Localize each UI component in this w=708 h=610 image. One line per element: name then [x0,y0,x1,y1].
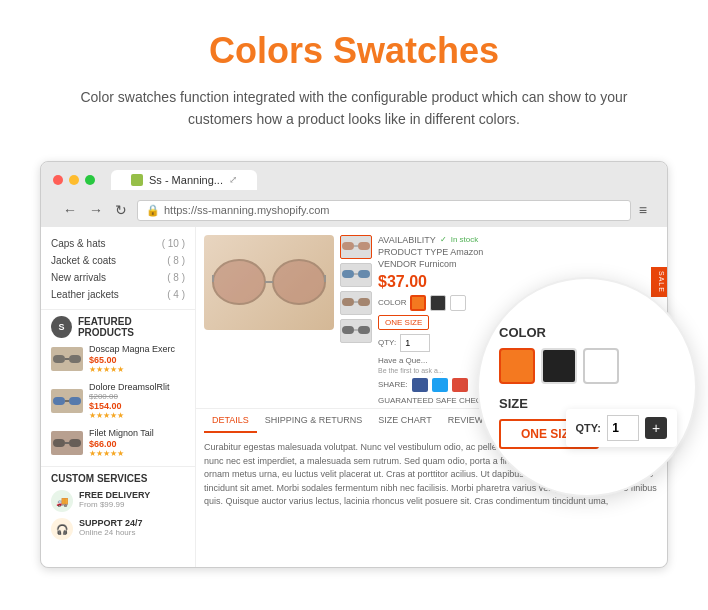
featured-title: S FEATURED PRODUCTS [51,316,185,338]
truck-icon: 🚚 [51,490,73,512]
list-item[interactable]: Doscap Magna Exerc $65.00 ★★★★★ [51,344,185,374]
sunglasses-icon [53,435,81,451]
svg-rect-23 [342,326,354,334]
thumb-sunglass-icon [342,267,370,283]
browser-tab[interactable]: Ss - Manning... ⤢ [111,170,257,190]
maximize-dot[interactable] [85,175,95,185]
sidebar-item-count: ( 8 ) [167,272,185,283]
forward-button[interactable]: → [87,202,105,218]
tab-shipping[interactable]: SHIPPING & RETURNS [257,409,371,433]
list-item[interactable]: Filet Mignon Tail $66.00 ★★★★★ [51,428,185,458]
qty-overlay-label: QTY: [576,422,601,434]
thumbnail-3[interactable] [340,291,372,315]
refresh-button[interactable]: ↻ [113,202,129,218]
product-stars: ★★★★★ [89,365,185,374]
product-vendor: VENDOR Furnicom [378,259,592,269]
thumbnail-column [340,235,372,425]
svg-rect-21 [358,298,370,306]
thumb-sunglass-icon [342,239,370,255]
sidebar-item-label: Caps & hats [51,238,105,249]
overlay-swatch-white[interactable] [583,348,619,384]
product-price: $65.00 [89,355,185,365]
support-icon: 🎧 [51,518,73,540]
service-info: SUPPORT 24/7 Online 24 hours [79,518,143,537]
product-stars: ★★★★★ [89,449,185,458]
product-info: Filet Mignon Tail $66.00 ★★★★★ [89,428,185,458]
color-label: COLOR [378,298,406,307]
tab-details[interactable]: DETAILS [204,409,257,433]
list-item[interactable]: Dolore DreamsolRlit $200.00 $154.00 ★★★★… [51,382,185,421]
product-name: Dolore DreamsolRlit [89,382,185,393]
svg-rect-14 [342,242,354,250]
page-title: Colors Swatches [60,30,648,72]
svg-rect-3 [53,397,65,405]
sidebar-item-label: New arrivals [51,272,106,283]
product-vendor-value: Furnicom [419,259,457,269]
availability-label: AVAILABILITY [378,235,436,245]
minimize-dot[interactable] [69,175,79,185]
facebook-share-button[interactable] [412,378,428,392]
color-size-overlay: COLOR SIZE ONE SIZE [477,277,697,497]
page-description: Color swatches function integrated with … [60,86,648,131]
sidebar-item-leather[interactable]: Leather jackets ( 4 ) [41,286,195,303]
quantity-input[interactable] [400,334,430,352]
browser-content: Caps & hats ( 10 ) Jacket & coats ( 8 ) … [41,227,667,567]
thumb-sunglass-icon [342,323,370,339]
custom-services: CUSTOM SERVICES 🚚 FREE DELIVERY From $99… [41,473,195,540]
svg-rect-24 [358,326,370,334]
availability-value: In stock [451,235,479,244]
product-stars: ★★★★★ [89,411,185,420]
sidebar-item-count: ( 10 ) [162,238,185,249]
qty-overlay-input[interactable] [607,415,639,441]
svg-point-9 [213,260,265,304]
overlay-swatch-black[interactable] [541,348,577,384]
browser-addressbar: ← → ↻ 🔒 https://ss-manning.myshopify.com… [53,196,655,227]
shopify-icon [131,174,143,186]
product-thumbnail [51,431,83,455]
service-name: FREE DELIVERY [79,490,150,500]
thumbnail-1[interactable] [340,235,372,259]
availability-check-icon: ✓ [440,235,447,244]
thumbnail-4[interactable] [340,319,372,343]
color-swatch-orange[interactable] [410,295,426,311]
overlay-swatch-orange[interactable] [499,348,535,384]
back-button[interactable]: ← [61,202,79,218]
sidebar-item-new-arrivals[interactable]: New arrivals ( 8 ) [41,269,195,286]
qty-overlay: QTY: + [566,409,677,447]
sidebar-item-caps[interactable]: Caps & hats ( 10 ) [41,235,195,252]
browser-menu-icon[interactable]: ≡ [639,202,647,218]
sidebar-item-jackets[interactable]: Jacket & coats ( 8 ) [41,252,195,269]
featured-section: S FEATURED PRODUCTS Doscap Magna Exerc [41,316,195,458]
address-field[interactable]: 🔒 https://ss-manning.myshopify.com [137,200,631,221]
product-name: Doscap Magna Exerc [89,344,185,355]
close-dot[interactable] [53,175,63,185]
size-button[interactable]: ONE SIZE [378,315,429,330]
page-header: Colors Swatches Color swatches function … [0,0,708,151]
product-thumbnail [51,347,83,371]
share-label: SHARE: [378,380,408,389]
tab-size-chart[interactable]: SIZE CHART [370,409,439,433]
featured-title-text: FEATURED PRODUCTS [78,316,185,338]
sidebar-item-count: ( 8 ) [167,255,185,266]
thumbnail-2[interactable] [340,263,372,287]
qty-label: QTY: [378,338,396,347]
gplus-share-button[interactable] [452,378,468,392]
color-swatch-white[interactable] [450,295,466,311]
browser-mockup: Ss - Manning... ⤢ ← → ↻ 🔒 https://ss-man… [40,161,668,568]
sidebar-divider [41,309,195,310]
lock-icon: 🔒 [146,204,160,217]
sidebar-divider-2 [41,466,195,467]
color-swatch-black[interactable] [430,295,446,311]
svg-rect-17 [342,270,354,278]
twitter-share-button[interactable] [432,378,448,392]
qty-plus-button[interactable]: + [645,417,667,439]
overlay-color-section: COLOR [499,325,675,384]
product-info: Dolore DreamsolRlit $200.00 $154.00 ★★★★… [89,382,185,421]
service-item-delivery: 🚚 FREE DELIVERY From $99.99 [51,490,185,512]
product-info: Doscap Magna Exerc $65.00 ★★★★★ [89,344,185,374]
product-thumbnail [51,389,83,413]
svg-rect-0 [53,355,65,363]
main-product-content: SALE [196,227,667,567]
svg-rect-1 [69,355,81,363]
svg-point-10 [273,260,325,304]
